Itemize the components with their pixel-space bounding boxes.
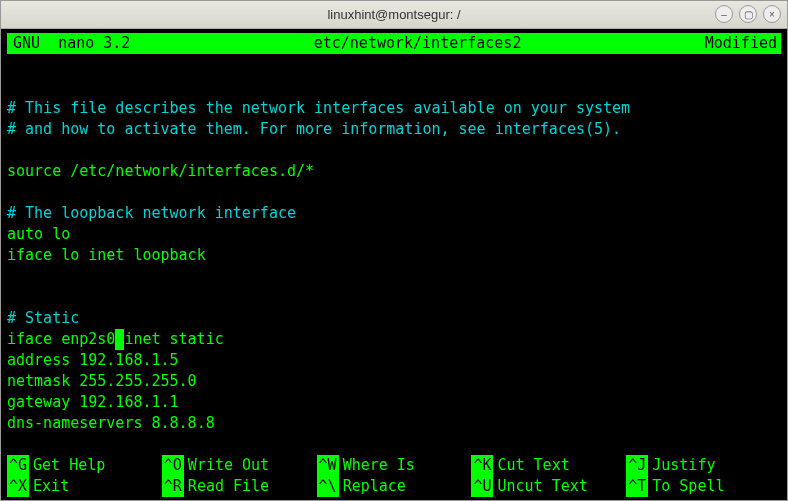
footer-row: ^XExit ^RRead File ^\Replace ^UUncut Tex… bbox=[7, 476, 781, 497]
window-controls: – ▢ × bbox=[715, 5, 781, 23]
terminal-window: linuxhint@montsegur: / – ▢ × GNU nano 3.… bbox=[0, 0, 788, 501]
editor-line: auto lo bbox=[7, 225, 70, 243]
editor-line: gateway 192.168.1.1 bbox=[7, 393, 179, 411]
shortcut-where-is[interactable]: ^WWhere Is bbox=[317, 455, 472, 476]
editor-line: # The loopback network interface bbox=[7, 204, 296, 222]
editor-line: netmask 255.255.255.0 bbox=[7, 372, 197, 390]
minimize-button[interactable]: – bbox=[715, 5, 733, 23]
editor-line: dns-nameservers 8.8.8.8 bbox=[7, 414, 215, 432]
editor-line: iface enp2s0 inet static bbox=[7, 330, 224, 348]
footer-row: ^GGet Help ^OWrite Out ^WWhere Is ^KCut … bbox=[7, 455, 781, 476]
editor-line: # and how to activate them. For more inf… bbox=[7, 120, 621, 138]
shortcut-write-out[interactable]: ^OWrite Out bbox=[162, 455, 317, 476]
window-title: linuxhint@montsegur: / bbox=[327, 7, 460, 22]
shortcut-to-spell[interactable]: ^TTo Spell bbox=[626, 476, 781, 497]
nano-version: GNU nano 3.2 bbox=[7, 33, 130, 54]
editor-content[interactable]: # This file describes the network interf… bbox=[7, 56, 781, 455]
shortcut-justify[interactable]: ^JJustify bbox=[626, 455, 781, 476]
editor-line: # Static bbox=[7, 309, 79, 327]
nano-header: GNU nano 3.2 etc/network/interfaces2 Mod… bbox=[7, 33, 781, 54]
shortcut-cut-text[interactable]: ^KCut Text bbox=[471, 455, 626, 476]
maximize-button[interactable]: ▢ bbox=[739, 5, 757, 23]
shortcut-get-help[interactable]: ^GGet Help bbox=[7, 455, 162, 476]
titlebar: linuxhint@montsegur: / – ▢ × bbox=[1, 1, 787, 29]
editor-line: # This file describes the network interf… bbox=[7, 99, 630, 117]
terminal-area[interactable]: GNU nano 3.2 etc/network/interfaces2 Mod… bbox=[1, 29, 787, 500]
shortcut-uncut-text[interactable]: ^UUncut Text bbox=[471, 476, 626, 497]
nano-status: Modified bbox=[705, 33, 781, 54]
editor-line: source /etc/network/interfaces.d/* bbox=[7, 162, 314, 180]
editor-line: iface lo inet loopback bbox=[7, 246, 206, 264]
shortcut-read-file[interactable]: ^RRead File bbox=[162, 476, 317, 497]
close-button[interactable]: × bbox=[763, 5, 781, 23]
shortcut-replace[interactable]: ^\Replace bbox=[317, 476, 472, 497]
shortcut-exit[interactable]: ^XExit bbox=[7, 476, 162, 497]
editor-line: address 192.168.1.5 bbox=[7, 351, 179, 369]
nano-filename: etc/network/interfaces2 bbox=[130, 33, 704, 54]
nano-footer: ^GGet Help ^OWrite Out ^WWhere Is ^KCut … bbox=[7, 455, 781, 497]
